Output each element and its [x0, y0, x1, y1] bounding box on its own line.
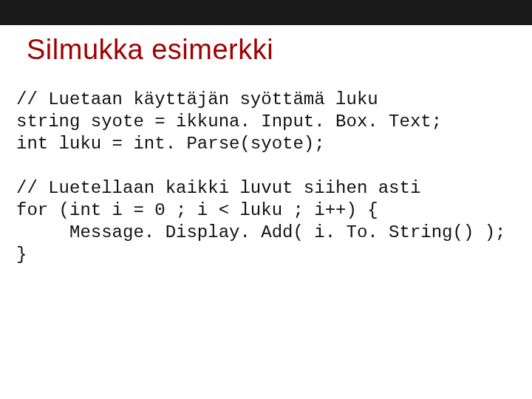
code-line: string syote = ikkuna. Input. Box. Text;: [16, 112, 442, 132]
code-line: for (int i = 0 ; i < luku ; i++) {: [16, 200, 378, 220]
code-block: // Luetaan käyttäjän syöttämä luku strin…: [16, 89, 516, 266]
code-line: // Luetellaan kaikki luvut siihen asti: [16, 178, 420, 198]
slide-title: Silmukka esimerkki: [27, 34, 273, 66]
code-line: }: [16, 245, 27, 265]
slide: Silmukka esimerkki // Luetaan käyttäjän …: [0, 0, 532, 399]
code-line: Message. Display. Add( i. To. String() )…: [16, 222, 506, 242]
code-line: // Luetaan käyttäjän syöttämä luku: [16, 89, 378, 109]
code-line: int luku = int. Parse(syote);: [16, 134, 325, 154]
top-bar: [0, 0, 532, 25]
